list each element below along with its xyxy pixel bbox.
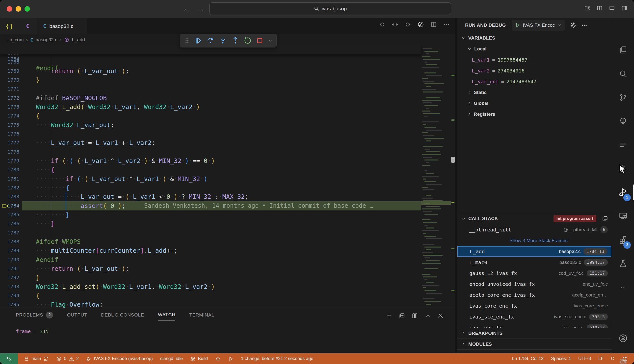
status-eol[interactable]: LF: [598, 356, 603, 361]
stack-frame-encod_unvoiced_ivas_fx[interactable]: encod_unvoiced_ivas_fxenc_uv_fx.c: [458, 279, 611, 290]
variable-row-L_var1[interactable]: L_var1=1997684457: [457, 54, 612, 65]
nav-back-icon[interactable]: ←: [183, 4, 190, 13]
code-line-1783[interactable]: 1783············L_var_out·=·(·L_var1·<·0…: [0, 192, 455, 201]
stack-frame-__pthread_kill[interactable]: __pthread_kill@__pthread_kill5: [458, 224, 611, 235]
scrollbar-handle[interactable]: [451, 157, 455, 163]
status-build-task[interactable]: Build: [190, 356, 208, 362]
split-editor-icon[interactable]: [431, 21, 437, 28]
code-line-1794[interactable]: 1794{: [0, 291, 455, 300]
status-indentation[interactable]: Spaces: 4: [551, 356, 571, 361]
activity-search[interactable]: [612, 64, 634, 83]
line-number[interactable]: 1792: [0, 273, 19, 282]
code-line-1770[interactable]: 1770}: [0, 76, 455, 84]
panel-tab-output[interactable]: OUTPUT: [67, 312, 87, 320]
line-number[interactable]: 1788: [0, 237, 19, 246]
code-line-1778[interactable]: 1778: [0, 148, 455, 156]
line-number[interactable]: 1786: [0, 219, 19, 228]
line-number[interactable]: 1773: [0, 102, 19, 112]
code-line-1779[interactable]: 1779····if·(·(·(·L_var1·^·L_var2·)·&·MIN…: [0, 156, 455, 166]
panel-tab-terminal[interactable]: TERMINAL: [189, 312, 214, 320]
run-circle-icon[interactable]: [417, 21, 424, 28]
toolbar-gripper[interactable]: [183, 35, 191, 46]
line-number[interactable]: 1795: [0, 300, 19, 308]
line-number[interactable]: 1779: [0, 156, 19, 166]
minimize-window-button[interactable]: [16, 6, 21, 12]
panel-tab-debug-console[interactable]: DEBUG CONSOLE: [101, 312, 144, 320]
code-line-1776[interactable]: 1776: [0, 129, 455, 138]
activity-extensions[interactable]: 3: [612, 230, 634, 249]
restart-button[interactable]: [243, 35, 253, 46]
chevron-down-button[interactable]: [267, 35, 273, 46]
maximize-panel-icon[interactable]: [425, 312, 431, 319]
status-problems[interactable]: 02: [56, 356, 79, 362]
add-watch-expression-icon[interactable]: [386, 312, 392, 319]
activity-list[interactable]: [612, 136, 634, 154]
zoom-window-button[interactable]: [25, 6, 30, 12]
code-line-1768[interactable]: 1768: [0, 57, 455, 66]
line-number[interactable]: 1789: [0, 246, 19, 255]
status-clangd-status[interactable]: clangd: idle: [160, 356, 183, 361]
line-number[interactable]: 1771: [0, 84, 19, 94]
call-stack-header[interactable]: CALL STACK hit program assert: [457, 213, 612, 224]
activity-remote-explorer[interactable]: [612, 207, 634, 226]
section-header-breakpoints[interactable]: BREAKPOINTS: [457, 328, 612, 338]
line-number[interactable]: 1772: [0, 94, 19, 102]
section-header-global[interactable]: Global: [457, 98, 612, 109]
nav-back-circle-icon[interactable]: [379, 21, 385, 28]
watch-expression[interactable]: frame = 315: [16, 328, 49, 334]
stack-frame-ivas_sce_enc_fx[interactable]: ivas_sce_enc_fxivas_sce_enc.c355:5: [458, 311, 611, 322]
line-number[interactable]: 1791: [0, 264, 19, 273]
line-number[interactable]: 1774: [0, 111, 19, 120]
code-line-1771[interactable]: 1771: [0, 84, 455, 94]
code-editor[interactable]: 176717681769····return·(·L_var_out·);177…: [0, 45, 455, 308]
code-line-1772[interactable]: 1772#ifdef·BASOP_NOGLOB: [0, 94, 455, 102]
collapse-all-icon[interactable]: [399, 312, 405, 319]
panel-tab-watch[interactable]: WATCH: [158, 312, 176, 320]
code-line-1788[interactable]: 1788#ifdef·WMOPS: [0, 237, 455, 246]
breadcrumb-item[interactable]: lib_com: [8, 37, 24, 42]
panel-bottom-icon[interactable]: [609, 5, 615, 12]
section-header-local[interactable]: Local: [457, 44, 612, 54]
status-encoding[interactable]: UTF-8: [578, 356, 591, 361]
copy-call-stack-icon[interactable]: [602, 216, 608, 222]
activity-graph[interactable]: [612, 112, 634, 130]
code-line-1774[interactable]: 1774{: [0, 111, 455, 120]
code-line-1781[interactable]: 1781········if·(·(·L_var_out·^·L_var1·)·…: [0, 174, 455, 184]
tab-basop32[interactable]: C basop32.c: [37, 18, 87, 34]
stop-button[interactable]: [255, 35, 265, 46]
code-line-1787[interactable]: 1787: [0, 228, 455, 238]
line-number[interactable]: 1785: [0, 210, 19, 219]
nav-forward-icon[interactable]: →: [197, 4, 204, 13]
gear-icon[interactable]: [570, 22, 576, 28]
activity-debug-alt[interactable]: 1: [612, 183, 634, 202]
command-center-search[interactable]: ivas-basop: [209, 2, 451, 15]
launch-config-dropdown[interactable]: IVAS FX Encoc: [512, 20, 565, 31]
line-number[interactable]: 1775: [0, 120, 19, 130]
code-line-1785[interactable]: 1785········}: [0, 210, 455, 219]
step-out-button[interactable]: [230, 35, 240, 46]
code-line-1786[interactable]: 1786····}: [0, 219, 455, 228]
activity-files[interactable]: [612, 40, 634, 59]
minimap[interactable]: [421, 45, 451, 308]
status-cursor-position[interactable]: Ln 1784, Col 13: [512, 356, 544, 361]
line-number[interactable]: 1783: [0, 192, 19, 201]
code-line-1792[interactable]: 1792}: [0, 273, 455, 282]
code-line-1793[interactable]: 1793Word32·L_add_sat(·Word32·L_var1,·Wor…: [0, 282, 455, 291]
step-over-button[interactable]: [205, 35, 216, 46]
status-scm-status[interactable]: 1 change; before #21 2 seconds ago: [241, 356, 313, 361]
section-header-registers[interactable]: Registers: [457, 109, 612, 120]
panel-tab-problems[interactable]: PROBLEMS2: [16, 312, 53, 321]
split-window-icon[interactable]: [596, 5, 603, 12]
tab-c-pinned[interactable]: C: [19, 18, 37, 34]
step-into-button[interactable]: [218, 35, 228, 46]
code-line-1780[interactable]: 1780····{: [0, 165, 455, 174]
line-number[interactable]: 1778: [0, 148, 19, 156]
panel-right-icon[interactable]: [621, 5, 627, 12]
code-line-1790[interactable]: 1790#endif: [0, 255, 455, 264]
stack-frame-acelp_core_enc_ivas_fx[interactable]: acelp_core_enc_ivas_fxacelp_core_en…: [458, 290, 611, 300]
customize-layout-icon[interactable]: [584, 5, 590, 12]
variable-row-L_var_out[interactable]: L_var_out=2147483647: [457, 76, 612, 87]
section-header-static[interactable]: Static: [457, 87, 612, 98]
stack-frame-ivas_enc_fx[interactable]: ivas_enc_fxivas_enc.c510:13: [458, 322, 611, 328]
activity-ellipsis[interactable]: [612, 278, 634, 297]
